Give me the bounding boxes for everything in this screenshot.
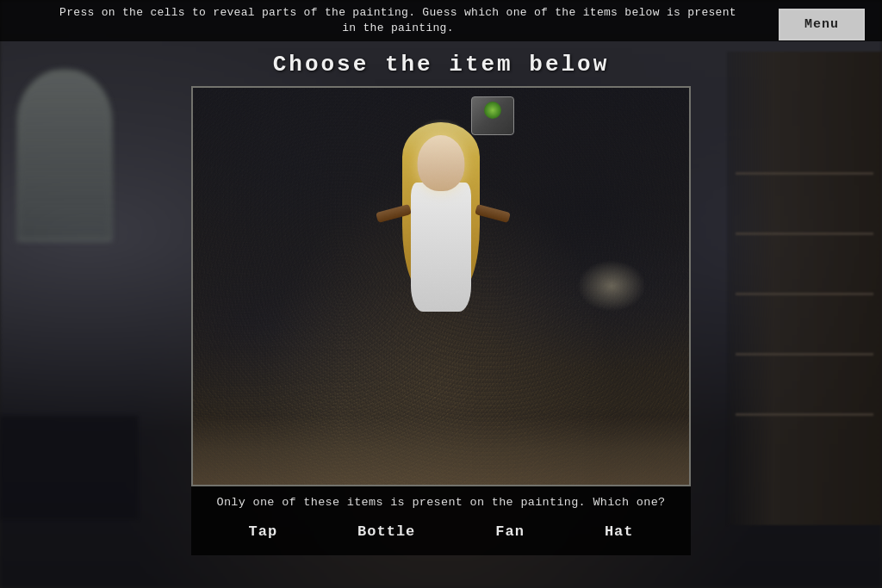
figure-device [471,96,514,135]
instruction-bar: Press on the cells to reveal parts of th… [0,0,882,41]
painting-light-spot [577,260,646,312]
answer-hint-text: Only one of these items is present on th… [208,495,674,511]
instruction-text-line2: in the painting. [342,22,454,34]
choice-fan[interactable]: Fan [487,520,533,543]
figure-body [411,183,471,312]
choice-tap[interactable]: Tap [239,520,286,543]
painting-canvas[interactable] [193,88,689,485]
menu-button[interactable]: Menu [779,9,865,40]
device-light [484,102,501,119]
choice-hat[interactable]: Hat [596,520,643,543]
instruction-text-line1: Press on the cells to reveal parts of th… [59,6,736,19]
painting-frame[interactable] [191,86,691,486]
answer-choices: Tap Bottle Fan Hat [208,520,674,543]
choice-bottle[interactable]: Bottle [349,520,424,543]
main-container: Press on the cells to reveal parts of th… [0,0,882,588]
figure-head [418,135,465,191]
page-title: Choose the item below [273,52,610,77]
painting-floor [193,416,689,485]
chair-arm-right [475,204,511,223]
figure-container [355,122,527,381]
answer-section: Only one of these items is present on th… [191,486,691,555]
